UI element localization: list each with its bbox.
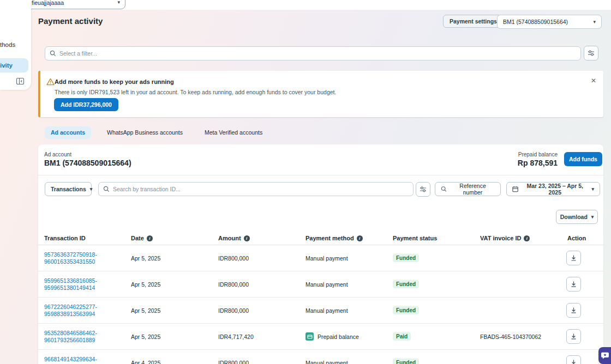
- table-header: Transaction ID Datei Amounti Payment met…: [38, 232, 603, 245]
- chevron-down-icon: ▾: [591, 215, 594, 220]
- download-icon: [570, 307, 577, 314]
- column-transaction-id: Transaction ID: [44, 235, 131, 241]
- table-row: 9573636372750918-9600163353431550 Apr 5,…: [38, 245, 603, 271]
- tab-meta-verified-accounts[interactable]: Meta Verified accounts: [199, 126, 268, 139]
- action-cell: [566, 329, 603, 344]
- sidebar-item-payment-activity[interactable]: ivity: [0, 58, 28, 72]
- column-action: Action: [566, 235, 603, 241]
- download-receipt-button[interactable]: [566, 251, 581, 265]
- download-receipt-button[interactable]: [566, 277, 581, 292]
- add-funds-amount-button[interactable]: Add IDR37,296,000: [54, 98, 118, 111]
- collapse-sidebar-icon: [16, 77, 25, 86]
- business-selector-label: fieuajjajaaaa: [32, 0, 64, 6]
- table-row: 9668149143299634-9600495439165474 Apr 4,…: [38, 350, 603, 364]
- table-row: 9599651336816085-9599651380149414 Apr 5,…: [38, 271, 603, 298]
- amount-cell: IDR800,000: [218, 255, 306, 262]
- filter-options-button[interactable]: [584, 46, 598, 60]
- info-icon[interactable]: i: [147, 235, 153, 241]
- ad-account-name: BM1 (574088509015664): [44, 159, 131, 167]
- info-icon[interactable]: i: [524, 235, 530, 241]
- transaction-id-link[interactable]: 9535280846586462-9601793256601889: [44, 330, 131, 344]
- transaction-id-cell: 9573636372750918-9600163353431550: [44, 251, 131, 265]
- date-range-picker[interactable]: Mar 23, 2025 – Apr 5, 2025 ▾: [506, 182, 600, 196]
- chevron-down-icon: ▾: [90, 187, 93, 192]
- add-funds-warning-banner: Add more funds to keep your ads running …: [38, 71, 603, 117]
- banner-title: Add more funds to keep your ads running: [55, 78, 174, 85]
- transaction-id-cell: 9672226046225277-9598838913563994: [44, 304, 131, 318]
- payment-method-cell: Manual payment: [306, 281, 393, 288]
- prepaid-balance-value: Rp 878,591: [518, 159, 558, 167]
- warning-icon: [46, 78, 55, 86]
- chevron-down-icon: ▾: [117, 0, 120, 5]
- download-receipt-button[interactable]: [566, 329, 581, 344]
- account-selector-dropdown[interactable]: BM1 (574088509015664) ▾: [497, 15, 602, 29]
- info-icon[interactable]: i: [244, 235, 250, 241]
- transaction-filter-options-button[interactable]: [416, 182, 430, 197]
- date-cell: Apr 5, 2025: [131, 333, 218, 340]
- sidebar-item-payment-methods[interactable]: thods: [0, 41, 15, 48]
- vat-invoice-cell: FBADS-465-104370062: [480, 333, 566, 340]
- download-button[interactable]: Download ▾: [556, 210, 598, 224]
- action-cell: [566, 277, 603, 292]
- reference-number-label: Reference number: [451, 183, 495, 196]
- payment-settings-button[interactable]: Payment settings: [443, 15, 504, 28]
- chat-bubble-icon: [601, 351, 609, 360]
- status-badge: Funded: [393, 254, 419, 262]
- amount-cell: IDR800,000: [218, 360, 306, 364]
- date-cell: Apr 5, 2025: [131, 281, 218, 288]
- table-row: 9535280846586462-9601793256601889 Apr 5,…: [38, 324, 603, 350]
- download-receipt-button[interactable]: [566, 303, 581, 318]
- ad-account-card: Ad account BM1 (574088509015664) Prepaid…: [38, 144, 603, 364]
- prepaid-balance-icon: [306, 332, 314, 341]
- page-title: Payment activity: [38, 16, 103, 26]
- business-selector-dropdown[interactable]: F fieuajjajaaaa ▾: [15, 0, 125, 9]
- amount-cell: IDR800,000: [218, 307, 306, 314]
- close-icon[interactable]: ✕: [591, 77, 596, 84]
- ad-account-label: Ad account: [44, 151, 71, 157]
- download-icon: [570, 254, 577, 262]
- filter-input[interactable]: [59, 50, 576, 57]
- transaction-search-bar: [98, 182, 414, 196]
- transaction-id-cell: 9668149143299634-9600495439165474: [44, 356, 131, 364]
- transactions-dropdown[interactable]: Transactions ▾: [45, 182, 92, 196]
- sliders-icon: [588, 50, 595, 57]
- download-icon: [570, 333, 577, 340]
- date-cell: Apr 5, 2025: [131, 307, 218, 314]
- table-row: 9672226046225277-9598838913563994 Apr 5,…: [38, 298, 603, 324]
- column-date: Datei: [131, 235, 218, 241]
- payment-status-cell: Funded: [393, 306, 480, 314]
- reference-number-button[interactable]: Reference number: [435, 182, 501, 196]
- payment-method-cell: Prepaid balance: [306, 332, 393, 341]
- transaction-search-input[interactable]: [113, 186, 409, 192]
- payment-method-cell: Manual payment: [306, 255, 393, 262]
- amount-cell: IDR4,717,420: [218, 333, 306, 340]
- transaction-id-link[interactable]: 9573636372750918-9600163353431550: [44, 251, 131, 265]
- chevron-down-icon: ▾: [591, 187, 594, 192]
- action-cell: [566, 303, 603, 318]
- tab-ad-accounts[interactable]: Ad accounts: [45, 126, 91, 139]
- sidebar-collapse-button[interactable]: [16, 76, 25, 86]
- support-chat-button[interactable]: [598, 347, 611, 364]
- search-icon: [441, 186, 447, 192]
- account-selector-label: BM1 (574088509015664): [503, 19, 568, 25]
- transaction-id-cell: 9535280846586462-9601793256601889: [44, 330, 131, 344]
- action-cell: [566, 355, 603, 364]
- download-icon: [570, 359, 577, 364]
- payment-status-cell: Funded: [393, 280, 480, 288]
- sliders-icon: [420, 186, 427, 193]
- sidebar: thods ivity: [0, 0, 31, 90]
- download-receipt-button[interactable]: [566, 355, 581, 364]
- tab-whatsapp-business-accounts[interactable]: WhatsApp Business accounts: [101, 126, 189, 139]
- filter-search-bar: [45, 46, 581, 60]
- search-icon: [103, 186, 110, 192]
- prepaid-balance-label: Prepaid balance: [518, 151, 558, 157]
- transaction-id-link[interactable]: 9599651336816085-9599651380149414: [44, 277, 131, 292]
- transaction-id-cell: 9599651336816085-9599651380149414: [44, 277, 131, 292]
- add-funds-button[interactable]: Add funds: [564, 152, 602, 166]
- transaction-id-link[interactable]: 9672226046225277-9598838913563994: [44, 304, 131, 318]
- info-icon[interactable]: i: [357, 235, 363, 241]
- search-icon: [50, 50, 56, 57]
- column-payment-status: Payment status: [393, 235, 480, 241]
- account-summary-row: Ad account BM1 (574088509015664) Prepaid…: [38, 144, 603, 175]
- transaction-id-link[interactable]: 9668149143299634-9600495439165474: [44, 356, 131, 364]
